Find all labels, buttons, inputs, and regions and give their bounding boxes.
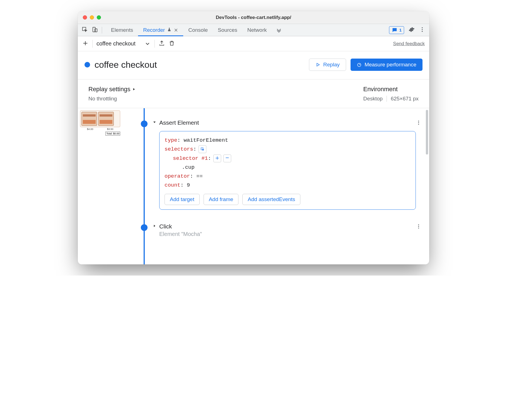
measure-label: Measure performance — [364, 62, 416, 68]
svg-point-13 — [418, 228, 419, 228]
tab-label: Recorder — [143, 27, 165, 33]
divider — [102, 27, 102, 33]
svg-point-8 — [418, 122, 419, 123]
replay-label: Replay — [323, 62, 340, 68]
device-toolbar-icon[interactable] — [92, 26, 98, 34]
step-click: Click Element "Mocha" — [139, 223, 424, 237]
prop-key: count — [165, 182, 180, 188]
step-assert-element: Assert Element type: waitForElement sele… — [139, 119, 424, 210]
delete-button[interactable] — [169, 40, 175, 47]
issues-count: 1 — [399, 28, 402, 32]
svg-point-11 — [418, 224, 419, 225]
thumb-total: Total: $0.00 — [105, 132, 120, 136]
prop-val[interactable]: waitForElement — [184, 137, 228, 143]
step-menu-button[interactable] — [416, 120, 421, 127]
step-title: Assert Element — [159, 119, 199, 126]
flask-icon — [167, 27, 172, 33]
recording-selector[interactable]: coffee checkout — [96, 40, 151, 47]
svg-point-4 — [422, 29, 423, 30]
thumb-price: $4.00 — [87, 128, 93, 131]
device-type: Desktop — [363, 96, 383, 102]
step-menu-button[interactable] — [416, 224, 421, 230]
step-marker — [141, 224, 148, 231]
timeline: $4.00 $3.50 Total: $0.00 Assert Element — [78, 108, 429, 264]
recording-name: coffee checkout — [96, 40, 136, 47]
send-feedback-link[interactable]: Send feedback — [393, 41, 425, 47]
svg-point-7 — [418, 121, 419, 122]
environment-heading: Environment — [363, 86, 398, 93]
inspect-element-icon[interactable] — [82, 26, 88, 34]
gear-icon[interactable] — [409, 26, 415, 34]
add-target-button[interactable]: Add target — [165, 194, 200, 205]
remove-selector-button[interactable]: − — [223, 155, 231, 162]
prop-key: selectors — [165, 146, 193, 152]
add-asserted-events-button[interactable]: Add assertedEvents — [242, 194, 300, 205]
issues-badge[interactable]: 1 — [389, 26, 404, 34]
window-title: DevTools - coffee-cart.netlify.app/ — [78, 15, 429, 20]
selector-value[interactable]: .cup — [182, 163, 195, 172]
window-zoom-button[interactable] — [97, 15, 101, 20]
traffic-lights — [78, 15, 101, 20]
step-marker — [141, 120, 148, 127]
tab-label: Elements — [111, 27, 133, 33]
kebab-menu-icon[interactable] — [419, 26, 425, 34]
prop-val[interactable]: == — [196, 173, 203, 179]
prop-val[interactable]: 9 — [187, 182, 190, 188]
replay-settings-label: Replay settings — [88, 86, 130, 93]
recorder-toolbar: coffee checkout Send feedback — [78, 36, 429, 51]
viewport-dimensions: 625×671 px — [391, 96, 419, 102]
divider — [154, 40, 155, 48]
step-subtitle: Element "Mocha" — [153, 231, 424, 237]
export-button[interactable] — [159, 40, 165, 47]
tab-elements[interactable]: Elements — [106, 24, 138, 36]
step-header[interactable]: Click — [153, 223, 424, 230]
prop-key: type — [165, 137, 177, 143]
new-recording-button[interactable] — [82, 40, 88, 47]
chevron-down-icon — [153, 120, 156, 125]
tab-label: Network — [247, 27, 267, 33]
window-close-button[interactable] — [83, 15, 87, 20]
step-details: type: waitForElement selectors: selector… — [159, 131, 416, 210]
replay-button[interactable]: Replay — [309, 59, 346, 71]
selector-picker-button[interactable] — [199, 145, 206, 153]
add-frame-button[interactable]: Add frame — [204, 194, 239, 205]
recording-header: coffee checkout Replay Measure performan… — [78, 51, 429, 79]
measure-performance-button[interactable]: Measure performance — [351, 59, 422, 71]
chevron-down-icon — [144, 41, 151, 47]
chevron-right-icon — [153, 224, 156, 229]
svg-point-9 — [418, 124, 419, 125]
recording-title: coffee checkout — [95, 60, 305, 70]
settings-row: Replay settings No throttling Environmen… — [78, 79, 429, 108]
svg-point-3 — [422, 27, 423, 28]
svg-point-5 — [422, 31, 423, 32]
close-icon[interactable] — [174, 28, 178, 32]
tab-recorder[interactable]: Recorder — [138, 24, 183, 36]
add-selector-button[interactable]: ＋ — [213, 155, 221, 162]
replay-settings-toggle[interactable]: Replay settings — [88, 86, 136, 93]
svg-point-12 — [418, 226, 419, 227]
selector-label: selector #1 — [173, 155, 208, 161]
window-minimize-button[interactable] — [90, 15, 94, 20]
tab-network[interactable]: Network — [242, 24, 272, 36]
more-tabs-button[interactable] — [272, 27, 286, 33]
throttling-value: No throttling — [88, 96, 136, 102]
status-dot — [84, 62, 90, 67]
screenshot-thumbnail[interactable]: $4.00 $3.50 Total: $0.00 — [78, 108, 122, 264]
devtools-tab-bar: Elements Recorder Console Sources Networ… — [78, 24, 429, 36]
tab-label: Sources — [218, 27, 237, 33]
divider — [92, 40, 93, 48]
divider — [387, 96, 387, 102]
prop-key: operator — [165, 173, 190, 179]
step-header[interactable]: Assert Element — [153, 119, 424, 126]
step-title: Click — [159, 223, 172, 230]
scrollbar[interactable] — [426, 110, 428, 155]
tab-sources[interactable]: Sources — [213, 24, 242, 36]
devtools-window: DevTools - coffee-cart.netlify.app/ Elem… — [78, 11, 429, 264]
title-bar: DevTools - coffee-cart.netlify.app/ — [78, 11, 429, 24]
chevron-right-icon — [132, 87, 136, 91]
thumb-price: $3.50 — [107, 128, 114, 131]
tab-console[interactable]: Console — [183, 24, 213, 36]
tab-label: Console — [188, 27, 208, 33]
